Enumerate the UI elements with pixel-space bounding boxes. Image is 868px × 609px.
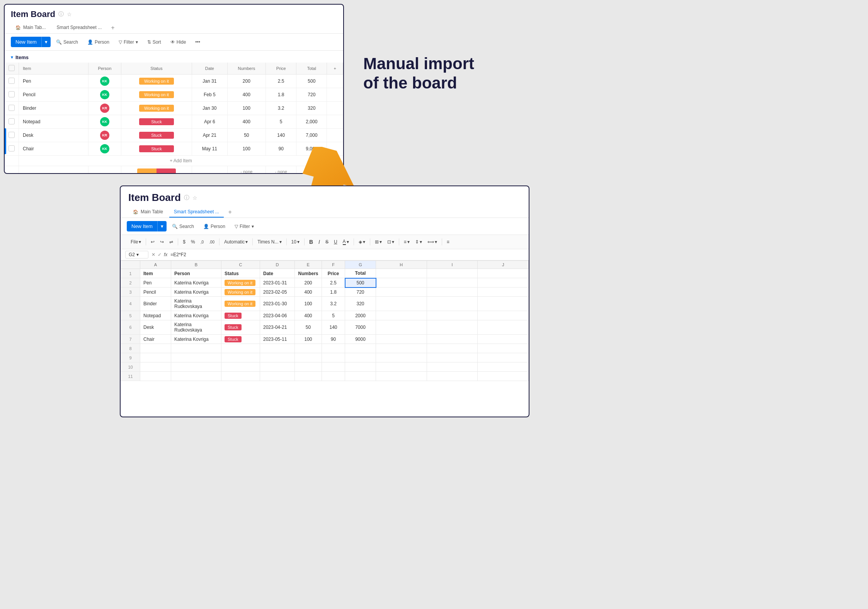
tab-main-table-bottom[interactable]: 🏠 Main Table <box>128 207 168 218</box>
header-i[interactable] <box>427 269 478 278</box>
ss-cell-c-2[interactable]: Working on it <box>221 297 260 311</box>
ss-cell-g-0[interactable]: 500 <box>345 278 376 287</box>
ss-cell-g-1[interactable]: 720 <box>345 287 376 297</box>
header-h[interactable] <box>376 269 427 278</box>
ss-cell-d-5[interactable]: 2023-05-11 <box>260 335 295 344</box>
ss-cell-a-0[interactable]: Pen <box>140 278 171 287</box>
ss-cell-j-3[interactable] <box>478 311 529 320</box>
font-color-button[interactable]: A ▾ <box>340 237 351 247</box>
ss-cell-e-3[interactable]: 400 <box>295 311 322 320</box>
search-button-top[interactable]: 🔍 Search <box>52 37 82 47</box>
header-total[interactable]: Total <box>345 269 376 278</box>
text-wrap-button[interactable]: ≡ <box>444 238 452 246</box>
ss-cell-h-2[interactable] <box>376 297 427 311</box>
percent-button[interactable]: % <box>189 238 197 246</box>
bold-button[interactable]: B <box>307 237 315 247</box>
ss-cell-a-2[interactable]: Binder <box>140 297 171 311</box>
align-button[interactable]: ≡▾ <box>402 238 412 246</box>
transfer-button[interactable]: ⇌ <box>167 238 175 246</box>
col-header-e[interactable]: E <box>295 261 322 269</box>
decimal1-button[interactable]: ,0 <box>198 238 206 246</box>
ss-cell-j-0[interactable] <box>478 278 529 287</box>
ss-cell-f-3[interactable]: 5 <box>322 311 345 320</box>
col-header-j[interactable]: J <box>478 261 529 269</box>
tab-smart-spreadsheet-bottom[interactable]: Smart Spreadsheet ... <box>169 207 224 218</box>
row-check-4[interactable] <box>9 132 15 138</box>
ss-cell-f-4[interactable]: 140 <box>322 320 345 335</box>
new-item-dropdown-arrow-top[interactable]: ▾ <box>41 37 51 47</box>
ss-cell-a-5[interactable]: Chair <box>140 335 171 344</box>
tab-add-top[interactable]: + <box>108 23 117 33</box>
col-header-h[interactable]: H <box>376 261 427 269</box>
col-header-g[interactable]: G <box>345 261 376 269</box>
italic-button[interactable]: I <box>316 237 322 247</box>
search-button-bottom[interactable]: 🔍 Search <box>168 222 198 231</box>
cell-reference[interactable]: G2 ▾ <box>125 251 148 259</box>
ss-cell-d-0[interactable]: 2023-01-31 <box>260 278 295 287</box>
ss-cell-d-3[interactable]: 2023-04-06 <box>260 311 295 320</box>
ss-cell-h-5[interactable] <box>376 335 427 344</box>
tab-main-table-top[interactable]: 🏠 Main Tab... <box>11 22 50 33</box>
header-item[interactable]: Item <box>140 269 171 278</box>
ss-cell-c-0[interactable]: Working on it <box>221 278 260 287</box>
vertical-align-button[interactable]: ⇕▾ <box>413 238 424 246</box>
ss-cell-c-3[interactable]: Stuck <box>221 311 260 320</box>
info-icon-bottom[interactable]: ⓘ <box>184 194 189 201</box>
new-item-dropdown-arrow-bottom[interactable]: ▾ <box>157 221 167 231</box>
col-header-i[interactable]: I <box>427 261 478 269</box>
ss-cell-b-1[interactable]: Katerina Kovriga <box>171 287 221 297</box>
ss-cell-b-5[interactable]: Katerina Kovriga <box>171 335 221 344</box>
col-add-top[interactable]: + <box>327 63 343 75</box>
ss-cell-j-1[interactable] <box>478 287 529 297</box>
person-button-top[interactable]: 👤 Person <box>83 37 113 47</box>
header-status[interactable]: Status <box>221 269 260 278</box>
ss-cell-d-1[interactable]: 2023-02-05 <box>260 287 295 297</box>
header-j[interactable] <box>478 269 529 278</box>
star-icon-top[interactable]: ☆ <box>67 11 72 17</box>
ss-cell-e-1[interactable]: 400 <box>295 287 322 297</box>
header-person[interactable]: Person <box>171 269 221 278</box>
col-header-b[interactable]: B <box>171 261 221 269</box>
ss-cell-a-1[interactable]: Pencil <box>140 287 171 297</box>
redo-button[interactable]: ↪ <box>158 238 166 246</box>
ss-cell-b-4[interactable]: Katerina Rudkovskaya <box>171 320 221 335</box>
ss-cell-b-3[interactable]: Katerina Kovriga <box>171 311 221 320</box>
row-actions-4[interactable] <box>327 129 343 142</box>
file-menu-button[interactable]: File ▾ <box>128 238 143 246</box>
ss-cell-f-2[interactable]: 3.2 <box>322 297 345 311</box>
ss-cell-i-1[interactable] <box>427 287 478 297</box>
ss-cell-j-2[interactable] <box>478 297 529 311</box>
add-item-row[interactable]: + Add Item <box>5 156 343 166</box>
col-header-d[interactable]: D <box>260 261 295 269</box>
hide-button-top[interactable]: 👁 Hide <box>167 37 190 47</box>
undo-button[interactable]: ↩ <box>148 238 157 246</box>
ss-cell-h-3[interactable] <box>376 311 427 320</box>
fill-color-button[interactable]: ◈▾ <box>356 238 368 246</box>
ss-cell-g-3[interactable]: 2000 <box>345 311 376 320</box>
ss-cell-g-4[interactable]: 7000 <box>345 320 376 335</box>
ss-cell-e-2[interactable]: 100 <box>295 297 322 311</box>
strikethrough-button[interactable]: S <box>323 238 331 246</box>
ss-cell-h-0[interactable] <box>376 278 427 287</box>
ss-cell-j-5[interactable] <box>478 335 529 344</box>
ss-cell-f-5[interactable]: 90 <box>322 335 345 344</box>
ss-cell-i-3[interactable] <box>427 311 478 320</box>
header-price[interactable]: Price <box>322 269 345 278</box>
tab-add-bottom[interactable]: + <box>225 207 235 217</box>
ss-cell-i-5[interactable] <box>427 335 478 344</box>
ss-cell-c-1[interactable]: Working on it <box>221 287 260 297</box>
formula-confirm-icon[interactable]: ✓ <box>158 252 162 257</box>
header-numbers[interactable]: Numbers <box>295 269 322 278</box>
ss-cell-h-4[interactable] <box>376 320 427 335</box>
ss-cell-g-5[interactable]: 9000 <box>345 335 376 344</box>
new-item-button-top[interactable]: New Item ▾ <box>11 37 51 47</box>
ss-cell-b-2[interactable]: Katerina Rudkovskaya <box>171 297 221 311</box>
header-date[interactable]: Date <box>260 269 295 278</box>
ss-cell-c-4[interactable]: Stuck <box>221 320 260 335</box>
ss-cell-d-4[interactable]: 2023-04-21 <box>260 320 295 335</box>
row-actions-3[interactable] <box>327 115 343 129</box>
ss-cell-j-4[interactable] <box>478 320 529 335</box>
ss-cell-f-0[interactable]: 2.5 <box>322 278 345 287</box>
ss-cell-i-4[interactable] <box>427 320 478 335</box>
row-check-0[interactable] <box>9 78 15 84</box>
